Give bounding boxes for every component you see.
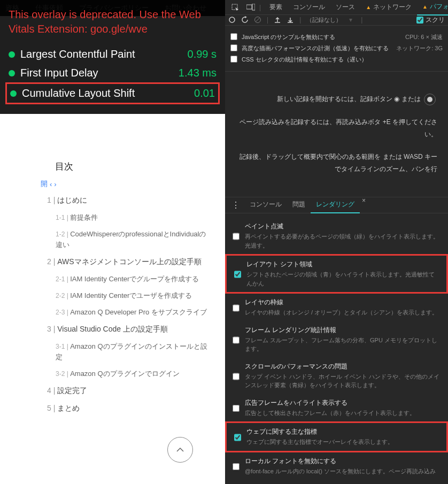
toc-sub-item[interactable]: 2-1 | IAM Identity Centerでグループを作成する: [56, 274, 210, 285]
upload-icon[interactable]: [274, 16, 281, 24]
toc-sub-item[interactable]: 1-2 | CodeWhispererのprofessionalとIndivid…: [56, 229, 210, 250]
toc-sub-item[interactable]: 2-2 | IAM Identity Centerでユーザを作成する: [56, 290, 210, 301]
rendering-title: 広告フレームをハイライト表示する: [245, 398, 415, 408]
drawer-menu-icon[interactable]: ⋮: [228, 200, 243, 210]
rendering-checkbox[interactable]: [233, 299, 240, 317]
devtools-main-toolbar: | 要素コンソールソースネットワークパフォ: [225, 0, 448, 15]
perf-option-row[interactable]: 高度な描画パフォーマンスの計測（低速）を有効にする ネットワーク: 3G: [230, 44, 443, 52]
vital-value: 0.01: [194, 87, 215, 99]
vital-name: First Input Delay: [20, 67, 98, 79]
drawer-tab-レンダリング[interactable]: レンダリング: [311, 197, 360, 213]
inspect-element-icon[interactable]: [228, 2, 242, 13]
close-icon[interactable]: ×: [360, 197, 368, 213]
rendering-desc: レイヤの枠線（オレンジ / オリーブ）とタイル（シアン）を表示します。: [245, 308, 438, 317]
rendering-desc: ウェブに関する主な指標でオーバーレイを表示します。: [246, 437, 393, 447]
page-viewport: 資格 仕事依頼 プライバシーポリシー お問い合わせ This overlay i…: [0, 0, 225, 484]
vital-metric-row: First Input Delay 1.43 ms: [9, 64, 217, 82]
vital-value: 0.99 s: [188, 48, 217, 60]
perf-option-row[interactable]: CSS セレクタの統計情報を有効にする（遅い）: [230, 56, 443, 64]
download-icon[interactable]: [287, 16, 294, 24]
rendering-checkbox[interactable]: [233, 363, 240, 390]
devtools-tab-コンソール[interactable]: コンソール: [288, 0, 330, 15]
option-label: JavaScript のサンプルを無効にする: [242, 33, 401, 41]
rendering-checkbox[interactable]: [234, 261, 241, 288]
rendering-desc: フレーム スループット、フレーム落ちの分布、GPU メモリをプロットします。: [245, 336, 441, 354]
svg-rect-2: [252, 4, 255, 10]
rendering-desc: シフトされたページの領域（青）をハイライト表示します。光過敏性てんかん: [246, 270, 439, 288]
toc-item[interactable]: 4 | 設定完了: [47, 385, 210, 397]
status-dot-icon: [9, 51, 15, 58]
rendering-checkbox[interactable]: [234, 428, 241, 447]
rendering-option[interactable]: フレーム レンダリング統計情報 フレーム スループット、フレーム落ちの分布、GP…: [225, 321, 448, 358]
status-dot-icon: [10, 90, 17, 97]
toc-item[interactable]: 2 | AWSマネジメントコンソール上の設定手順: [47, 256, 210, 268]
toc-sub-item[interactable]: 3-1 | Amazon Qのプラグインのインストールと設定: [56, 341, 210, 363]
rendering-checkbox[interactable]: [233, 223, 240, 250]
rendering-desc: 再ペイントする必要があるページの領域（緑）をハイライト表示します。光過す。: [245, 232, 441, 250]
rendering-options-list: ペイント点滅 再ペイントする必要があるページの領域（緑）をハイライト表示します。…: [225, 213, 448, 484]
vital-metric-row: Largest Contentful Paint 0.99 s: [9, 45, 217, 64]
devtools-panel: | 要素コンソールソースネットワークパフォ | | （記録なし） ▾ | スクリ…: [225, 0, 448, 484]
toc-item[interactable]: 3 | Visual Studio Code 上の設定手順: [47, 324, 210, 335]
toc-sub-item[interactable]: 2-3 | Amazon Q Developer Pro をサブスクライブ: [56, 307, 210, 318]
rendering-option[interactable]: ローカル フォントを無効にする @font-face ルール内の local()…: [225, 452, 448, 480]
rendering-checkbox[interactable]: [233, 458, 240, 476]
rendering-desc: タップ イベント ハンドラ、ホイール イベント ハンドラや、その他のメインスレッ…: [245, 372, 441, 390]
performance-empty-hint: 新しい記録を開始するには、記録ボタン ◉ または ページ読み込みを記録するには、…: [225, 72, 448, 197]
chevron-right-icon: ›: [54, 180, 56, 188]
rendering-checkbox[interactable]: [233, 327, 240, 354]
drawer-tab-コンソール[interactable]: コンソール: [244, 197, 287, 213]
status-dot-icon: [9, 70, 15, 76]
rendering-option[interactable]: レイアウト シフト領域 シフトされたページの領域（青）をハイライト表示します。光…: [225, 254, 448, 294]
toc-sub-item[interactable]: 3-2 | Amazon Qのプラグインでログイン: [56, 368, 210, 379]
vital-name: Largest Contentful Paint: [20, 48, 135, 60]
rendering-title: ウェブに関する主な指標: [246, 427, 393, 436]
rendering-checkbox[interactable]: [233, 400, 240, 418]
rendering-option[interactable]: ウェブに関する主な指標 ウェブに関する主な指標でオーバーレイを表示します。: [225, 421, 448, 452]
scroll-to-top-button[interactable]: [167, 437, 193, 463]
rendering-option[interactable]: レイヤの枠線 レイヤの枠線（オレンジ / オリーブ）とタイル（シアン）を表示しま…: [225, 294, 448, 321]
rendering-title: ローカル フォントを無効にする: [245, 457, 436, 466]
table-of-contents: 目次 開 ‹ › 1 | はじめに1-1 | 前提条件1-2 | CodeWhi…: [0, 150, 225, 431]
devtools-tab-ソース[interactable]: ソース: [330, 0, 360, 15]
rendering-option[interactable]: ペイント点滅 再ペイントする必要があるページの領域（緑）をハイライト表示します。…: [225, 218, 448, 254]
reload-record-icon[interactable]: [241, 16, 249, 24]
option-checkbox[interactable]: [230, 33, 237, 40]
option-right-text: ネットワーク: 3G: [396, 44, 443, 52]
chevron-left-icon: ‹: [50, 180, 52, 188]
drawer-tab-bar: ⋮ コンソール問題レンダリング×: [225, 197, 448, 213]
devtools-drawer: ⋮ コンソール問題レンダリング× ペイント点滅 再ペイントする必要があるページの…: [225, 197, 448, 484]
toc-sub-item[interactable]: 1-1 | 前提条件: [56, 212, 210, 223]
rendering-title: ペイント点滅: [245, 222, 441, 231]
performance-options: JavaScript のサンプルを無効にする CPU: 6 × 減速 高度な描画…: [225, 26, 448, 72]
screenshot-checkbox[interactable]: スクリ: [416, 16, 445, 25]
vital-value: 1.43 ms: [179, 67, 217, 79]
rendering-option[interactable]: スクロールのパフォーマンスの問題 タップ イベント ハンドラ、ホイール イベント…: [225, 358, 448, 394]
svg-rect-1: [246, 5, 252, 9]
devtools-tab-パフォ[interactable]: パフォ: [417, 0, 448, 16]
option-checkbox[interactable]: [230, 56, 237, 63]
devtools-tab-要素[interactable]: 要素: [264, 0, 288, 15]
drawer-tab-問題[interactable]: 問題: [287, 197, 311, 213]
record-icon[interactable]: [228, 16, 236, 24]
toc-expand-control[interactable]: 開 ‹ ›: [41, 179, 210, 189]
devtools-tab-ネットワーク[interactable]: ネットワーク: [360, 0, 417, 15]
toc-item[interactable]: 1 | はじめに: [47, 195, 210, 206]
rendering-desc: @font-face ルール内の local() ソースを無効にします。ページ再…: [245, 467, 436, 476]
svg-line-5: [256, 18, 260, 22]
recording-select[interactable]: （記録なし）: [306, 16, 342, 24]
toc-heading: 目次: [55, 160, 210, 173]
rendering-title: レイヤの枠線: [245, 298, 438, 307]
performance-toolbar: | | （記録なし） ▾ | スクリ: [225, 15, 448, 26]
device-toolbar-icon[interactable]: [243, 2, 258, 13]
svg-point-3: [229, 17, 235, 22]
toc-item[interactable]: 5 | まとめ: [47, 403, 210, 414]
option-label: CSS セレクタの統計情報を有効にする（遅い）: [242, 56, 438, 64]
option-checkbox[interactable]: [230, 44, 237, 51]
stop-icon[interactable]: [254, 16, 261, 24]
chevron-up-icon: [176, 445, 184, 454]
rendering-desc: 広告として検出されたフレーム（赤）をハイライト表示します。: [245, 409, 415, 418]
perf-option-row[interactable]: JavaScript のサンプルを無効にする CPU: 6 × 減速: [230, 33, 443, 41]
rendering-title: フレーム レンダリング統計情報: [245, 326, 441, 335]
rendering-option[interactable]: 広告フレームをハイライト表示する 広告として検出されたフレーム（赤）をハイライト…: [225, 394, 448, 422]
